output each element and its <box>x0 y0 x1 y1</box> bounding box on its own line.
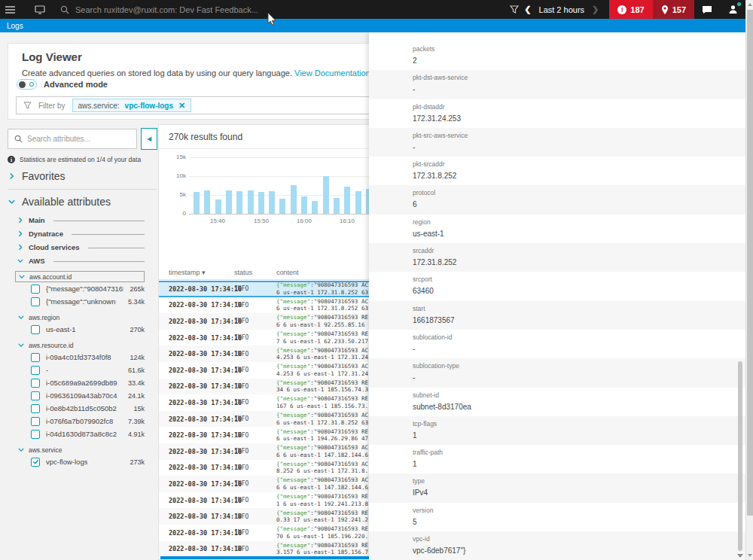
filter-icon[interactable] <box>505 0 524 19</box>
detail-row-region: regionus-east-1 <box>369 215 745 243</box>
detail-label: traffic-path <box>413 449 730 456</box>
x-tick-label: 16:00 <box>297 218 312 224</box>
detail-value: - <box>413 143 730 151</box>
collapse-panel-button[interactable]: ◀ <box>141 128 157 150</box>
checkbox-checked[interactable] <box>31 458 40 467</box>
attribute-value-count: 124k <box>130 354 145 361</box>
histogram-bar[interactable] <box>226 190 232 215</box>
histogram-bar[interactable] <box>301 196 307 214</box>
histogram-bar[interactable] <box>334 198 340 214</box>
scrollbar-thumb[interactable] <box>747 10 753 516</box>
log-timestamp: 2022-08-30 17:34:10 <box>159 480 234 488</box>
available-attributes-header[interactable]: Available attributes <box>8 196 111 208</box>
attribute-value-label: i-0e8b42b11d5c050b2 <box>46 404 117 412</box>
detail-row-srcaddr: srcaddr172.31.8.252 <box>369 243 745 272</box>
detail-label: start <box>413 305 730 312</box>
checkbox-unchecked[interactable] <box>31 430 40 439</box>
detail-value: 2 <box>413 56 730 65</box>
collapse-left-icon: ◀ <box>147 135 151 142</box>
sidebar-category-cloud-services[interactable]: Cloud services <box>0 240 158 254</box>
sidebar-category-main[interactable]: Main <box>0 213 158 227</box>
time-range-next-icon[interactable]: ❯ <box>592 5 599 14</box>
sidebar-category-aws[interactable]: AWS <box>0 254 158 267</box>
chevron-right-icon <box>17 244 23 251</box>
histogram-bar[interactable] <box>355 191 361 215</box>
detail-value: - <box>413 85 730 93</box>
histogram-bar[interactable] <box>279 199 285 214</box>
browser-scrollbar[interactable] <box>745 0 753 560</box>
attribute-group-aws-region[interactable]: aws.region <box>15 312 145 323</box>
sidebar-category-dynatrace[interactable]: Dynatrace <box>0 227 158 240</box>
attribute-value-label: vpc-flow-logs <box>46 458 87 466</box>
checkbox-unchecked[interactable] <box>31 297 40 306</box>
attribute-group-aws-account-id[interactable]: aws.account.id <box>15 271 145 282</box>
checkbox-unchecked[interactable] <box>31 404 40 413</box>
column-timestamp[interactable]: timestamp ▾ <box>159 269 234 276</box>
time-range-prev-icon[interactable]: ❮ <box>524 5 531 14</box>
attribute-group-aws-service[interactable]: aws.service <box>15 444 145 455</box>
filter-chip-vpc-flow-logs[interactable]: aws.service: vpc-flow-logs ✕ <box>72 99 192 112</box>
column-status[interactable]: status <box>234 269 276 276</box>
view-documentation-link[interactable]: View Documentation <box>294 68 370 78</box>
search-placeholder: Search ruxitdev@ruxit.com: Dev Fast Feed… <box>75 5 258 14</box>
detail-label: subnet-id <box>413 391 730 399</box>
attribute-search-input[interactable]: Search attributes... <box>8 129 137 149</box>
detail-label: type <box>413 477 730 485</box>
checkbox-unchecked[interactable] <box>31 325 40 334</box>
x-tick-label: 16:10 <box>340 218 355 224</box>
time-range-label[interactable]: Last 2 hours <box>539 5 585 14</box>
attribute-value-label: i-04d1630d873a8c8c2 <box>46 430 117 438</box>
attribute-value-row: i-09a4c01fd3734f0f8124k <box>0 351 158 364</box>
json-key: {"message" <box>276 525 310 532</box>
security-badge[interactable]: 157 <box>653 0 694 19</box>
favorites-section-header[interactable]: Favorites <box>8 170 66 182</box>
chevron-down-icon <box>18 446 24 453</box>
checkbox-unchecked[interactable] <box>31 285 40 294</box>
hamburger-menu-icon[interactable] <box>0 0 20 19</box>
x-tick-label: 15:40 <box>210 218 225 224</box>
histogram-bar[interactable] <box>312 201 318 214</box>
presence-dot <box>737 2 741 6</box>
checkbox-unchecked[interactable] <box>31 391 40 400</box>
detail-value: IPv4 <box>413 488 730 497</box>
histogram-bar[interactable] <box>215 199 221 215</box>
json-key: {"message" <box>276 510 310 516</box>
histogram-bar[interactable] <box>204 190 210 214</box>
attribute-value-label: i-076f6a7b079902fc8 <box>46 417 113 425</box>
histogram-bar[interactable] <box>269 191 275 214</box>
json-key: {"message" <box>276 493 310 500</box>
histogram-bar[interactable] <box>236 191 242 214</box>
histogram-bar[interactable] <box>344 187 350 215</box>
chevron-right-icon <box>17 230 23 237</box>
advanced-mode-toggle[interactable] <box>17 79 37 90</box>
horizontal-scrollbar[interactable] <box>160 556 370 559</box>
attribute-group-aws-resource-id[interactable]: aws.resource.id <box>15 339 145 351</box>
checkbox-unchecked[interactable] <box>31 417 40 426</box>
detail-row-pkt-src-aws-service: pkt-src-aws-service- <box>369 128 745 157</box>
attribute-value-row: {"message":"908047316593265k <box>0 282 158 295</box>
attribute-value-row: i-076f6a7b079902fc87.39k <box>0 415 158 428</box>
scroll-down-icon[interactable] <box>748 554 752 557</box>
checkbox-unchecked[interactable] <box>31 366 40 375</box>
user-icon[interactable] <box>720 0 745 19</box>
histogram-bar[interactable] <box>248 190 254 214</box>
drawer-scrollbar-thumb[interactable] <box>738 361 742 551</box>
histogram-bar[interactable] <box>323 176 329 214</box>
log-status: INFO <box>234 529 276 536</box>
histogram-bar[interactable] <box>194 192 200 215</box>
logs-tab[interactable]: Logs <box>0 22 23 30</box>
monitor-icon[interactable] <box>30 0 50 19</box>
global-search[interactable]: Search ruxitdev@ruxit.com: Dev Fast Feed… <box>60 5 258 14</box>
histogram-bar[interactable] <box>258 192 264 215</box>
chat-icon[interactable] <box>694 0 720 19</box>
category-label: Main <box>29 216 45 224</box>
histogram-bar[interactable] <box>291 185 297 214</box>
chip-remove-icon[interactable]: ✕ <box>178 102 185 110</box>
scroll-up-icon[interactable] <box>748 3 752 6</box>
json-key: {"message" <box>276 412 310 418</box>
problems-badge[interactable]: ! 187 <box>609 0 652 19</box>
drawer-scroll-down-icon[interactable] <box>737 554 743 558</box>
json-key: {"message" <box>276 379 310 386</box>
checkbox-unchecked[interactable] <box>31 379 40 388</box>
checkbox-unchecked[interactable] <box>31 353 40 362</box>
